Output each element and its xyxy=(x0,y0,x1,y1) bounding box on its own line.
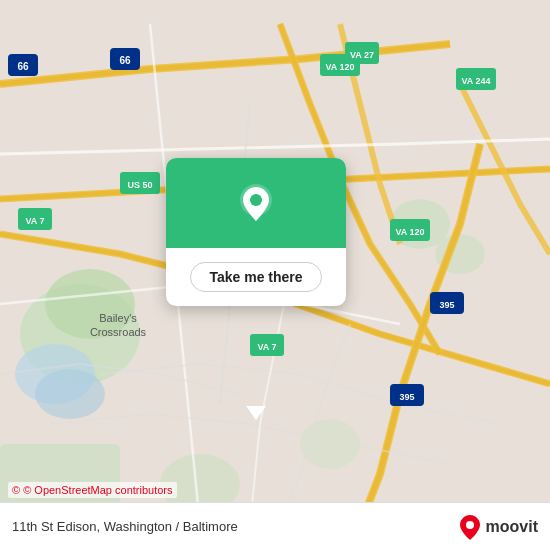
bottom-bar: 11th St Edison, Washington / Baltimore m… xyxy=(0,502,550,550)
svg-text:Crossroads: Crossroads xyxy=(90,326,147,338)
svg-point-36 xyxy=(466,521,474,529)
popup-body: Take me there xyxy=(166,248,346,306)
svg-text:VA 7: VA 7 xyxy=(25,216,44,226)
svg-point-35 xyxy=(250,194,262,206)
location-text: 11th St Edison, Washington / Baltimore xyxy=(12,519,459,534)
svg-text:395: 395 xyxy=(399,392,414,402)
take-me-there-button[interactable]: Take me there xyxy=(190,262,321,292)
svg-text:66: 66 xyxy=(119,55,131,66)
moovit-logo: moovit xyxy=(459,514,538,540)
svg-text:Bailey's: Bailey's xyxy=(99,312,137,324)
svg-text:VA 7: VA 7 xyxy=(257,342,276,352)
moovit-pin-icon xyxy=(459,514,481,540)
svg-text:VA 120: VA 120 xyxy=(395,227,424,237)
svg-text:VA 244: VA 244 xyxy=(461,76,490,86)
osm-credit: © © OpenStreetMap contributors xyxy=(8,482,177,498)
copyright-symbol: © xyxy=(12,484,20,496)
svg-text:VA 27: VA 27 xyxy=(350,50,374,60)
location-pin-icon xyxy=(234,181,278,225)
map-container: 66 66 VA 120 VA 120 VA 7 VA 7 US 50 VA 2… xyxy=(0,0,550,550)
svg-text:US 50: US 50 xyxy=(127,180,152,190)
svg-point-9 xyxy=(35,369,105,419)
svg-text:66: 66 xyxy=(17,61,29,72)
popup-header xyxy=(166,158,346,248)
moovit-text: moovit xyxy=(486,518,538,536)
location-popup: Take me there xyxy=(166,158,346,306)
popup-tail xyxy=(246,406,266,420)
svg-text:395: 395 xyxy=(439,300,454,310)
